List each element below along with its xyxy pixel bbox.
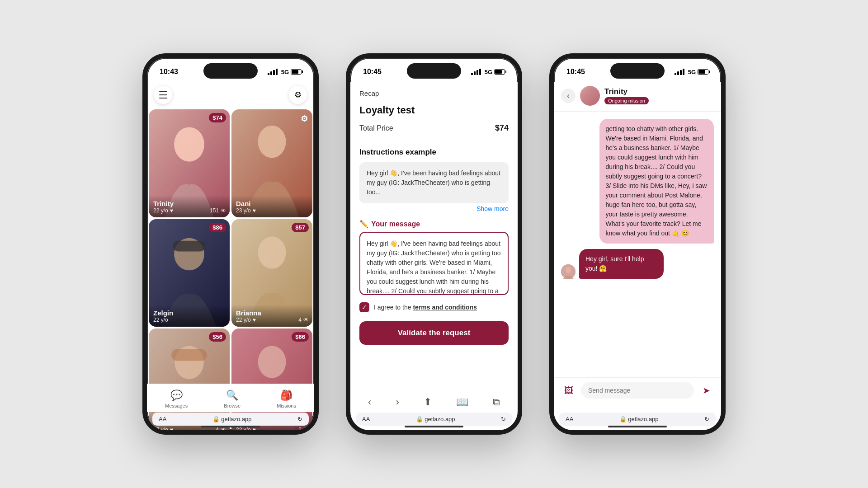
received-message-text: Hey girl, sure I'll help you! 🤗 xyxy=(585,255,644,272)
chat-avatar xyxy=(580,86,600,106)
profile-age-brianna: 22 y/o ♥ xyxy=(236,317,308,323)
dynamic-island-2 xyxy=(407,63,461,79)
validate-button[interactable]: Validate the request xyxy=(359,321,509,345)
grid-header: ⚙ xyxy=(147,82,314,109)
send-button[interactable]: ➤ xyxy=(698,383,714,398)
chat-name: Trinity xyxy=(604,87,714,96)
tabs-browser-btn[interactable]: ⧉ xyxy=(493,396,500,408)
profile-card-brianna[interactable]: $57 Brianna 22 y/o ♥ 4 👁 xyxy=(231,219,312,327)
messages-icon: 💬 xyxy=(170,389,183,401)
total-price-label: Total Price xyxy=(359,124,393,132)
nav-browse[interactable]: 🔍 Browse xyxy=(224,389,241,408)
missions-icon: 🎒 xyxy=(280,389,292,401)
terms-link[interactable]: terms and conditions xyxy=(413,304,477,311)
time-1: 10:43 xyxy=(160,68,178,76)
message-sent-long: getting too chatty with other girls. We'… xyxy=(599,119,714,244)
profile-card-trinity[interactable]: $74 Trinity 22 y/o ♥ 151 👁 xyxy=(149,109,230,217)
received-avatar xyxy=(561,264,576,279)
pencil-icon: ✏️ xyxy=(359,220,368,228)
profile-name-zelgin: Zelgin xyxy=(153,309,225,317)
price-badge-zelgin: $86 xyxy=(209,223,226,232)
profile-grid: $74 Trinity 22 y/o ♥ 151 👁 xyxy=(147,109,314,430)
network-3: 5G xyxy=(688,69,696,75)
browser-bar-2: ‹ › ⬆ 📖 ⧉ AA 🔒 getlazo.app ↻ xyxy=(350,394,518,426)
chat-header-info: Trinity Ongoing mission xyxy=(604,87,714,104)
profile-overlay-zelgin: Zelgin 22 y/o xyxy=(149,305,230,327)
price-badge-trinity: $74 xyxy=(209,113,226,122)
divider-1 xyxy=(359,142,509,142)
back-button[interactable]: ‹ xyxy=(561,89,576,103)
svg-point-1 xyxy=(174,127,204,161)
profile-name-brianna: Brianna xyxy=(236,309,308,317)
browser-bar-3: AA 🔒 getlazo.app ↻ xyxy=(554,413,721,426)
network-2: 5G xyxy=(485,69,492,75)
loyalty-title: Loyalty test xyxy=(359,104,509,116)
recap-scroll[interactable]: Recap Loyalty test Total Price $74 Instr… xyxy=(350,82,518,359)
instructions-title: Instructions example xyxy=(359,148,509,157)
terms-row: ✓ I agree to the terms and conditions xyxy=(359,302,509,312)
profile-age-dani: 23 y/o ♥ xyxy=(236,207,308,214)
profile-overlay-brianna: Brianna 22 y/o ♥ xyxy=(231,305,312,327)
filter-button[interactable]: ⚙ xyxy=(289,86,307,104)
profile-card-dani[interactable]: Dani 23 y/o ♥ ⚙ xyxy=(231,109,312,217)
dynamic-island-1 xyxy=(203,63,258,79)
price-row: Total Price $74 xyxy=(359,123,509,133)
forward-browser-btn[interactable]: › xyxy=(396,396,399,408)
back-browser-btn[interactable]: ‹ xyxy=(368,396,371,408)
show-more-link[interactable]: Show more xyxy=(359,205,509,212)
chat-header: ‹ Trinity Ongoing mission xyxy=(554,82,721,112)
svg-point-15 xyxy=(566,267,571,273)
network-1: 5G xyxy=(281,69,289,75)
svg-point-3 xyxy=(258,126,286,158)
terms-checkbox[interactable]: ✓ xyxy=(359,302,369,312)
nav-missions[interactable]: 🎒 Missions xyxy=(277,389,296,408)
phone-2: 10:45 5G Recap Loyalty test Total Pr xyxy=(346,53,522,435)
phone-1: 10:43 5G ⚙ xyxy=(142,53,319,435)
instruction-bubble: Hey girl 👋, I've been having bad feeling… xyxy=(359,162,509,203)
profile-overlay-trinity: Trinity 22 y/o ♥ xyxy=(149,195,230,217)
nav-messages[interactable]: 💬 Messages xyxy=(165,389,188,408)
dynamic-island-3 xyxy=(610,63,665,79)
nav-messages-label: Messages xyxy=(165,403,188,408)
message-textarea[interactable]: Hey girl 👋, I've been having bad feeling… xyxy=(359,232,509,295)
home-indicator-3 xyxy=(608,426,667,427)
battery-1 xyxy=(291,69,302,75)
battery-2 xyxy=(494,69,505,75)
signal-3 xyxy=(675,69,684,75)
message-text: Hey girl 👋, I've been having bad feeling… xyxy=(367,240,500,295)
message-received-wrap: Hey girl, sure I'll help you! 🤗 xyxy=(561,249,674,279)
chat-input-area: 🖼 ➤ xyxy=(554,377,721,403)
bookmarks-browser-btn[interactable]: 📖 xyxy=(456,396,468,408)
phone-3: 10:45 5G ‹ Trinity Ongoing mission xyxy=(549,53,726,435)
time-3: 10:45 xyxy=(566,68,585,76)
time-2: 10:45 xyxy=(363,68,382,76)
price-badge-brianna: $57 xyxy=(292,223,309,232)
profile-stats-brianna: 4 👁 xyxy=(298,317,309,323)
profile-stats-rachael: 2 👁 xyxy=(298,427,309,430)
profile-stats-trinity: 151 👁 xyxy=(210,207,226,214)
status-icons-3: 5G xyxy=(675,69,708,75)
battery-3 xyxy=(698,69,708,75)
browse-icon: 🔍 xyxy=(226,389,238,401)
svg-point-13 xyxy=(258,346,286,378)
profile-name-trinity: Trinity xyxy=(153,200,225,207)
message-received: Hey girl, sure I'll help you! 🤗 xyxy=(579,249,664,279)
image-icon[interactable]: 🖼 xyxy=(561,383,576,398)
nav-browse-label: Browse xyxy=(224,403,241,408)
filter-badge-dani: ⚙ xyxy=(299,112,310,126)
status-icons-2: 5G xyxy=(471,69,505,75)
price-badge-rachael: $66 xyxy=(292,332,309,342)
svg-rect-11 xyxy=(171,349,207,361)
signal-1 xyxy=(268,69,278,75)
share-browser-btn[interactable]: ⬆ xyxy=(424,396,432,408)
phone3-content: ‹ Trinity Ongoing mission getting too ch… xyxy=(554,82,721,430)
browser-bar-1: AA 🔒 getlazo.app ↻ xyxy=(147,413,314,426)
menu-button[interactable] xyxy=(154,86,172,104)
profile-card-zelgin[interactable]: $86 Zelgin 22 y/o xyxy=(149,219,230,327)
nav-missions-label: Missions xyxy=(277,403,296,408)
phone2-content: Recap Loyalty test Total Price $74 Instr… xyxy=(350,82,518,430)
instruction-text: Hey girl 👋, I've been having bad feeling… xyxy=(367,169,500,196)
signal-2 xyxy=(471,69,481,75)
chat-input-section: 🖼 ➤ xyxy=(554,377,721,403)
send-message-input[interactable] xyxy=(581,382,694,399)
